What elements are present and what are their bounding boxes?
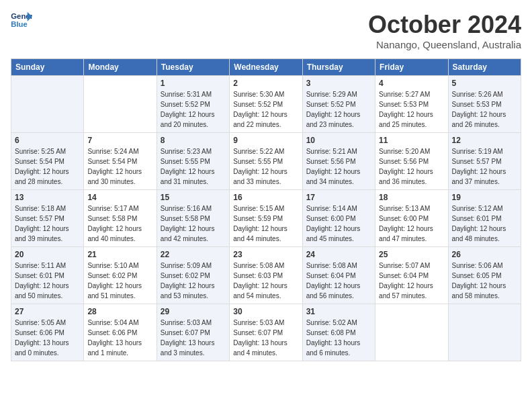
calendar-day-18: 18Sunrise: 5:13 AM Sunset: 6:00 PM Dayli…	[375, 190, 448, 247]
day-info: Sunrise: 5:15 AM Sunset: 5:59 PM Dayligh…	[233, 203, 298, 244]
calendar-day-29: 29Sunrise: 5:03 AM Sunset: 6:07 PM Dayli…	[157, 304, 229, 361]
day-number: 20	[15, 250, 80, 259]
day-number: 18	[379, 193, 444, 202]
weekday-header-wednesday: Wednesday	[230, 59, 302, 76]
day-info: Sunrise: 5:26 AM Sunset: 5:53 PM Dayligh…	[452, 89, 517, 130]
calendar-week-row: 13Sunrise: 5:18 AM Sunset: 5:57 PM Dayli…	[11, 190, 521, 247]
day-number: 9	[233, 136, 298, 145]
day-info: Sunrise: 5:21 AM Sunset: 5:56 PM Dayligh…	[306, 146, 371, 187]
calendar-day-30: 30Sunrise: 5:03 AM Sunset: 6:07 PM Dayli…	[230, 304, 302, 361]
calendar-day-31: 31Sunrise: 5:02 AM Sunset: 6:08 PM Dayli…	[302, 304, 375, 361]
day-number: 27	[15, 307, 80, 316]
weekday-header-saturday: Saturday	[448, 59, 521, 76]
day-number: 30	[233, 307, 298, 316]
calendar-day-1: 1Sunrise: 5:31 AM Sunset: 5:52 PM Daylig…	[157, 76, 229, 133]
calendar-day-13: 13Sunrise: 5:18 AM Sunset: 5:57 PM Dayli…	[11, 190, 84, 247]
day-info: Sunrise: 5:31 AM Sunset: 5:52 PM Dayligh…	[161, 89, 226, 130]
weekday-header-friday: Friday	[375, 59, 448, 76]
day-info: Sunrise: 5:03 AM Sunset: 6:07 PM Dayligh…	[161, 318, 226, 358]
day-info: Sunrise: 5:08 AM Sunset: 6:04 PM Dayligh…	[306, 261, 371, 301]
calendar-day-4: 4Sunrise: 5:27 AM Sunset: 5:53 PM Daylig…	[375, 76, 448, 133]
calendar-day-23: 23Sunrise: 5:08 AM Sunset: 6:03 PM Dayli…	[230, 247, 302, 304]
calendar-week-row: 27Sunrise: 5:05 AM Sunset: 6:06 PM Dayli…	[11, 304, 521, 361]
logo-icon: General Blue	[11, 11, 32, 30]
day-info: Sunrise: 5:06 AM Sunset: 6:05 PM Dayligh…	[452, 261, 517, 301]
calendar-day-14: 14Sunrise: 5:17 AM Sunset: 5:58 PM Dayli…	[84, 190, 157, 247]
month-title: October 2024	[368, 11, 521, 39]
day-number: 29	[161, 307, 226, 316]
day-number: 21	[87, 250, 152, 259]
calendar-empty-cell	[11, 76, 84, 133]
day-number: 12	[452, 136, 517, 145]
day-number: 6	[15, 136, 80, 145]
day-number: 8	[161, 136, 226, 145]
day-number: 24	[306, 250, 371, 259]
day-info: Sunrise: 5:27 AM Sunset: 5:53 PM Dayligh…	[379, 89, 444, 130]
day-number: 4	[379, 79, 444, 88]
calendar-day-15: 15Sunrise: 5:16 AM Sunset: 5:58 PM Dayli…	[157, 190, 229, 247]
day-info: Sunrise: 5:11 AM Sunset: 6:01 PM Dayligh…	[15, 261, 80, 301]
calendar-week-row: 1Sunrise: 5:31 AM Sunset: 5:52 PM Daylig…	[11, 76, 521, 133]
day-info: Sunrise: 5:08 AM Sunset: 6:03 PM Dayligh…	[233, 261, 298, 301]
calendar-day-26: 26Sunrise: 5:06 AM Sunset: 6:05 PM Dayli…	[448, 247, 521, 304]
day-info: Sunrise: 5:09 AM Sunset: 6:02 PM Dayligh…	[161, 261, 226, 301]
day-info: Sunrise: 5:12 AM Sunset: 6:01 PM Dayligh…	[452, 203, 517, 244]
calendar-day-20: 20Sunrise: 5:11 AM Sunset: 6:01 PM Dayli…	[11, 247, 84, 304]
calendar-day-22: 22Sunrise: 5:09 AM Sunset: 6:02 PM Dayli…	[157, 247, 229, 304]
day-info: Sunrise: 5:22 AM Sunset: 5:55 PM Dayligh…	[233, 146, 298, 187]
day-info: Sunrise: 5:13 AM Sunset: 6:00 PM Dayligh…	[379, 203, 444, 244]
day-info: Sunrise: 5:05 AM Sunset: 6:06 PM Dayligh…	[15, 318, 80, 358]
day-number: 22	[161, 250, 226, 259]
title-area: October 2024 Nanango, Queensland, Austra…	[368, 11, 521, 50]
day-number: 23	[233, 250, 298, 259]
day-info: Sunrise: 5:24 AM Sunset: 5:54 PM Dayligh…	[87, 146, 152, 187]
calendar-day-9: 9Sunrise: 5:22 AM Sunset: 5:55 PM Daylig…	[230, 133, 302, 190]
calendar-day-6: 6Sunrise: 5:25 AM Sunset: 5:54 PM Daylig…	[11, 133, 84, 190]
day-number: 2	[233, 79, 298, 88]
day-info: Sunrise: 5:23 AM Sunset: 5:55 PM Dayligh…	[161, 146, 226, 187]
day-number: 3	[306, 79, 371, 88]
location-subtitle: Nanango, Queensland, Australia	[368, 39, 521, 50]
day-info: Sunrise: 5:16 AM Sunset: 5:58 PM Dayligh…	[161, 203, 226, 244]
calendar-week-row: 20Sunrise: 5:11 AM Sunset: 6:01 PM Dayli…	[11, 247, 521, 304]
calendar-day-27: 27Sunrise: 5:05 AM Sunset: 6:06 PM Dayli…	[11, 304, 84, 361]
day-info: Sunrise: 5:04 AM Sunset: 6:06 PM Dayligh…	[87, 318, 152, 358]
weekday-header-sunday: Sunday	[11, 59, 84, 76]
calendar-day-8: 8Sunrise: 5:23 AM Sunset: 5:55 PM Daylig…	[157, 133, 229, 190]
day-info: Sunrise: 5:19 AM Sunset: 5:57 PM Dayligh…	[452, 146, 517, 187]
day-number: 1	[161, 79, 226, 88]
day-info: Sunrise: 5:25 AM Sunset: 5:54 PM Dayligh…	[15, 146, 80, 187]
day-number: 11	[379, 136, 444, 145]
day-number: 5	[452, 79, 517, 88]
weekday-header-tuesday: Tuesday	[157, 59, 229, 76]
day-info: Sunrise: 5:10 AM Sunset: 6:02 PM Dayligh…	[87, 261, 152, 301]
page-header: General Blue October 2024 Nanango, Queen…	[11, 11, 521, 50]
day-info: Sunrise: 5:30 AM Sunset: 5:52 PM Dayligh…	[233, 89, 298, 130]
calendar-empty-cell	[448, 304, 521, 361]
calendar-day-11: 11Sunrise: 5:20 AM Sunset: 5:56 PM Dayli…	[375, 133, 448, 190]
calendar-empty-cell	[84, 76, 157, 133]
calendar-day-2: 2Sunrise: 5:30 AM Sunset: 5:52 PM Daylig…	[230, 76, 302, 133]
day-number: 16	[233, 193, 298, 202]
day-number: 15	[161, 193, 226, 202]
day-info: Sunrise: 5:29 AM Sunset: 5:52 PM Dayligh…	[306, 89, 371, 130]
calendar-day-21: 21Sunrise: 5:10 AM Sunset: 6:02 PM Dayli…	[84, 247, 157, 304]
calendar-day-5: 5Sunrise: 5:26 AM Sunset: 5:53 PM Daylig…	[448, 76, 521, 133]
day-info: Sunrise: 5:14 AM Sunset: 6:00 PM Dayligh…	[306, 203, 371, 244]
calendar-day-24: 24Sunrise: 5:08 AM Sunset: 6:04 PM Dayli…	[302, 247, 375, 304]
day-info: Sunrise: 5:18 AM Sunset: 5:57 PM Dayligh…	[15, 203, 80, 244]
day-info: Sunrise: 5:03 AM Sunset: 6:07 PM Dayligh…	[233, 318, 298, 358]
calendar-table: SundayMondayTuesdayWednesdayThursdayFrid…	[11, 58, 521, 361]
calendar-week-row: 6Sunrise: 5:25 AM Sunset: 5:54 PM Daylig…	[11, 133, 521, 190]
calendar-day-19: 19Sunrise: 5:12 AM Sunset: 6:01 PM Dayli…	[448, 190, 521, 247]
calendar-day-28: 28Sunrise: 5:04 AM Sunset: 6:06 PM Dayli…	[84, 304, 157, 361]
day-number: 25	[379, 250, 444, 259]
day-number: 13	[15, 193, 80, 202]
weekday-header-thursday: Thursday	[302, 59, 375, 76]
calendar-day-10: 10Sunrise: 5:21 AM Sunset: 5:56 PM Dayli…	[302, 133, 375, 190]
day-number: 26	[452, 250, 517, 259]
calendar-day-16: 16Sunrise: 5:15 AM Sunset: 5:59 PM Dayli…	[230, 190, 302, 247]
calendar-day-25: 25Sunrise: 5:07 AM Sunset: 6:04 PM Dayli…	[375, 247, 448, 304]
day-number: 17	[306, 193, 371, 202]
calendar-empty-cell	[375, 304, 448, 361]
